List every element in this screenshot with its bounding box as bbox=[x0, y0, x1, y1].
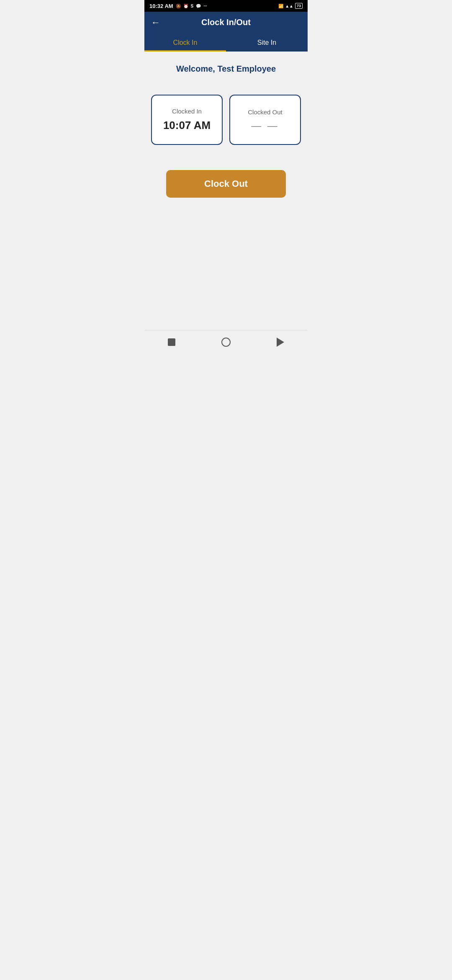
bottom-nav bbox=[144, 330, 308, 353]
clocked-in-value: 10:07 AM bbox=[163, 119, 211, 132]
tab-clock-in[interactable]: Clock In bbox=[144, 33, 226, 52]
wechat-icon: 💬 bbox=[196, 4, 201, 8]
status-bar-right: 📶 ▲▲ 73 bbox=[278, 3, 303, 9]
tab-site-in[interactable]: Site In bbox=[226, 33, 308, 52]
nav-square-button[interactable] bbox=[162, 333, 181, 351]
skype-icon: S bbox=[191, 4, 194, 8]
clocked-in-card: Clocked In 10:07 AM bbox=[151, 95, 223, 145]
nav-back-button[interactable] bbox=[271, 333, 290, 351]
status-time: 10:32 AM bbox=[149, 3, 173, 9]
status-bar-left: 10:32 AM 🔕 ⏰ S 💬 ··· bbox=[149, 3, 207, 9]
tab-bar: Clock In Site In bbox=[144, 33, 308, 52]
back-triangle-icon bbox=[277, 338, 284, 347]
mute-icon: 🔕 bbox=[176, 4, 181, 8]
header: ← Clock In/Out bbox=[144, 12, 308, 33]
clock-cards: Clocked In 10:07 AM Clocked Out — — bbox=[151, 95, 301, 145]
clocked-out-value: — — bbox=[251, 120, 279, 132]
main-content: Welcome, Test Employee Clocked In 10:07 … bbox=[144, 52, 308, 330]
home-icon bbox=[221, 338, 231, 347]
signal-icon: ▲▲ bbox=[285, 4, 293, 8]
square-icon bbox=[168, 338, 175, 346]
more-icon: ··· bbox=[203, 4, 207, 8]
clock-out-button[interactable]: Clock Out bbox=[166, 170, 286, 198]
header-title: Clock In/Out bbox=[201, 18, 251, 27]
nav-home-button[interactable] bbox=[217, 333, 235, 351]
wifi-icon: 📶 bbox=[278, 4, 283, 8]
clocked-out-card: Clocked Out — — bbox=[229, 95, 301, 145]
clocked-in-label: Clocked In bbox=[172, 108, 202, 115]
alarm-icon: ⏰ bbox=[183, 4, 188, 8]
welcome-text: Welcome, Test Employee bbox=[176, 64, 276, 74]
back-button[interactable]: ← bbox=[151, 17, 160, 28]
status-bar: 10:32 AM 🔕 ⏰ S 💬 ··· 📶 ▲▲ 73 bbox=[144, 0, 308, 12]
battery-icon: 73 bbox=[295, 3, 303, 9]
clocked-out-label: Clocked Out bbox=[248, 108, 282, 116]
